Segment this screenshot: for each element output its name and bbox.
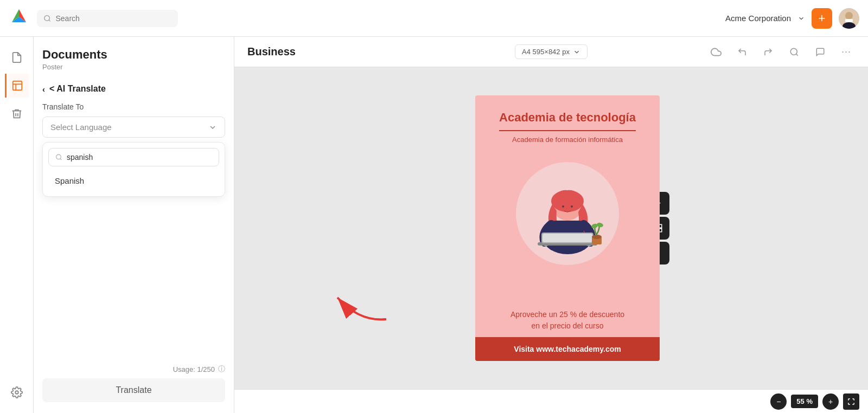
main-layout: Documents Poster ‹ < AI Translate Transl… (0, 37, 868, 413)
translate-to-label: Translate To (42, 102, 225, 111)
svg-point-11 (790, 48, 797, 55)
poster: Academia de tecnología Academia de forma… (475, 95, 660, 361)
back-chevron-icon: ‹ (42, 85, 45, 94)
zoom-level: 55 % (791, 395, 818, 408)
language-select-button[interactable]: Select Language (42, 117, 225, 138)
poster-subtitle: Academia de formación informática (499, 135, 636, 144)
icon-sidebar (0, 37, 34, 413)
svg-rect-29 (542, 234, 592, 242)
usage-row: Usage: 1/250 ⓘ (42, 358, 225, 374)
dropdown-search-input[interactable] (67, 153, 212, 162)
usage-label: Usage: 1/250 (173, 365, 215, 373)
sidebar-item-trash[interactable] (5, 102, 29, 126)
doc-title: Business (247, 46, 296, 58)
chevron-down-icon (208, 123, 217, 132)
info-icon: ⓘ (218, 364, 225, 374)
topbar: Acme Corporation + (0, 0, 868, 37)
dropdown-search-box[interactable] (48, 148, 219, 166)
canvas-area: Business A4 595×842 px (234, 37, 868, 413)
zoom-in-button[interactable]: + (822, 393, 839, 410)
poster-main-title: Academia de tecnología (499, 111, 636, 125)
fullscreen-button[interactable] (843, 393, 859, 410)
size-badge[interactable]: A4 595×842 px (515, 44, 588, 59)
sidebar-item-settings[interactable] (5, 380, 29, 404)
search-icon (55, 153, 62, 161)
search-icon[interactable] (786, 43, 803, 61)
svg-point-3 (845, 12, 853, 20)
panel-subtitle: Poster (42, 63, 225, 71)
discount-text: Aproveche un 25 % de descuentoen el prec… (488, 309, 647, 332)
svg-rect-5 (845, 19, 853, 22)
poster-top: Academia de tecnología Academia de forma… (486, 95, 649, 152)
poster-bottom: Aproveche un 25 % de descuentoen el prec… (475, 304, 660, 337)
sidebar-item-document[interactable] (5, 46, 29, 69)
svg-point-1 (44, 15, 50, 21)
more-icon[interactable]: ··· (838, 43, 855, 61)
svg-point-22 (562, 205, 564, 208)
language-dropdown: Spanish (42, 142, 225, 197)
comment-icon[interactable] (812, 43, 829, 61)
back-link-label: < AI Translate (49, 84, 106, 94)
search-box[interactable] (37, 10, 178, 27)
avatar (839, 8, 859, 29)
canvas-content: + Academia de tecnología Academia de for… (234, 67, 868, 389)
size-label: A4 595×842 px (522, 48, 570, 56)
panel-title: Documents (42, 48, 225, 62)
logo-icon[interactable] (9, 7, 29, 30)
svg-rect-6 (13, 81, 22, 91)
search-input[interactable] (55, 14, 171, 23)
cta-bar: Visita www.techacademy.com (475, 337, 660, 361)
topbar-right: Acme Corporation + (725, 8, 859, 29)
add-button[interactable]: + (812, 8, 832, 29)
sidebar-item-template[interactable] (5, 74, 29, 98)
back-link[interactable]: ‹ < AI Translate (42, 84, 225, 94)
undo-icon[interactable] (733, 43, 751, 61)
svg-point-33 (596, 222, 604, 228)
svg-point-9 (15, 391, 18, 394)
poster-divider (499, 130, 636, 131)
redo-icon[interactable] (760, 43, 777, 61)
red-arrow (327, 276, 397, 330)
left-panel: Documents Poster ‹ < AI Translate Transl… (34, 37, 234, 413)
chevron-down-icon (797, 15, 805, 22)
translate-button[interactable]: Translate (42, 378, 225, 402)
svg-point-10 (56, 154, 61, 159)
svg-point-23 (571, 205, 573, 208)
language-placeholder: Select Language (50, 122, 112, 132)
svg-point-31 (592, 235, 602, 239)
bottom-bar: − 55 % + (234, 389, 868, 413)
chevron-down-icon (573, 48, 580, 56)
canvas-toolbar: Business A4 595×842 px (234, 37, 868, 67)
zoom-out-button[interactable]: − (770, 393, 787, 410)
search-icon (43, 14, 51, 23)
cloud-icon[interactable] (707, 43, 725, 61)
company-name: Acme Corporation (725, 14, 791, 23)
toolbar-right: ··· (707, 43, 855, 61)
poster-illustration (502, 157, 633, 265)
dropdown-item-spanish[interactable]: Spanish (48, 171, 219, 191)
